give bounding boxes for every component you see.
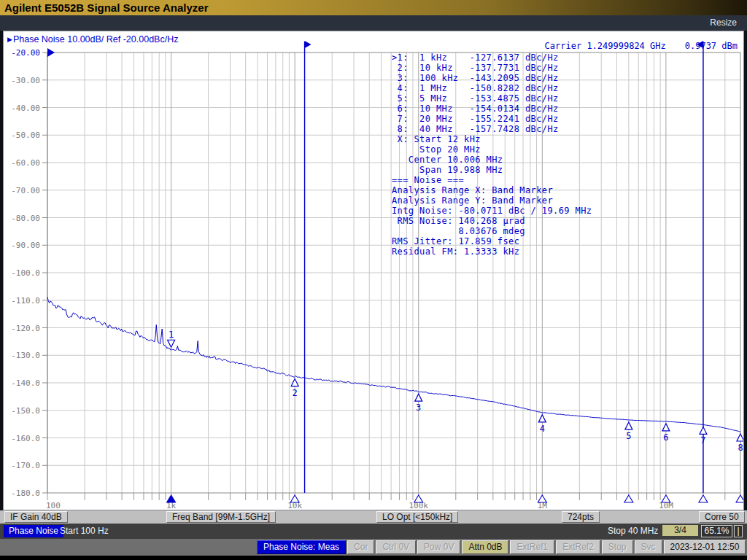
trace-marker-1[interactable]: 1 (168, 330, 175, 347)
trace-marker-7[interactable]: 7 (700, 427, 707, 446)
points-button[interactable]: 724pts (562, 511, 600, 523)
menu-bar: Resize (0, 15, 747, 31)
noise-analysis-line: Analysis Range X: Band Marker (392, 185, 592, 195)
axis-marker-8-icon[interactable] (736, 495, 743, 502)
noise-analysis-line: RMS Noise: 140.268 µrad (392, 216, 592, 226)
svg-text:-20.00: -20.00 (11, 48, 40, 58)
axis-marker-4-icon[interactable] (538, 495, 546, 502)
svg-text:-40.00: -40.00 (11, 104, 40, 113)
svg-text:-60.00: -60.00 (11, 158, 40, 168)
resize-button[interactable]: Resize (710, 18, 737, 28)
svg-text:8: 8 (738, 443, 743, 453)
status-stop-badge: Stop (602, 540, 633, 554)
trace-marker-4[interactable]: 4 (538, 415, 546, 434)
svg-text:-180.0: -180.0 (11, 489, 40, 498)
if-gain-button[interactable]: IF Gain 40dB (4, 511, 68, 523)
ref-level-arrow-icon[interactable] (47, 48, 55, 57)
sweep-start-label: Start 100 Hz (60, 526, 109, 536)
svg-text:-150.0: -150.0 (11, 406, 40, 416)
svg-text:-30.00: -30.00 (11, 76, 40, 85)
axis-marker-6-icon[interactable] (662, 495, 670, 502)
measurement-status-badge: Phase Noise: Meas (257, 540, 346, 554)
svg-text:-140.0: -140.0 (11, 378, 40, 388)
svg-text:-100.0: -100.0 (11, 268, 40, 278)
noise-analysis-line: Intg Noise: -80.0711 dBc / 19.69 MHz (392, 206, 592, 216)
trace-marker-3[interactable]: 3 (415, 394, 422, 413)
svg-text:-80.00: -80.00 (11, 214, 40, 223)
trace-scale-header: ▶Phase Noise 10.00dB/ Ref -20.00dBc/Hz (7, 34, 178, 44)
svg-text:-160.0: -160.0 (11, 434, 40, 443)
carrier-power: 0.9737 dBm (685, 41, 738, 51)
freq-band-button[interactable]: Freq Band [99M-1.5GHz] (166, 511, 276, 523)
axis-marker-7-icon[interactable] (699, 495, 708, 502)
marker-table-row: 8: 40 MHz -157.7428 dBc/Hz (392, 124, 592, 134)
marker-readout-block: >1: 1 kHz -127.6137 dBc/Hz 2: 10 kHz -13… (392, 52, 592, 257)
svg-text:-170.0: -170.0 (11, 461, 40, 470)
svg-text:100: 100 (46, 501, 61, 510)
svg-text:-70.00: -70.00 (11, 186, 40, 195)
noise-analysis-line: === Noise === (392, 175, 592, 185)
marker-table-row: 3: 100 kHz -143.2095 dBc/Hz (392, 73, 592, 83)
scrollbar-handle[interactable]: | (734, 525, 743, 537)
status-attn-0db-badge: Attn 0dB (462, 540, 508, 554)
carrier-frequency: Carrier 1.249999824 GHz (545, 41, 666, 51)
markers: 12345678 (167, 330, 743, 502)
screen: { "window": { "title": "Agilent E5052B S… (0, 0, 747, 560)
mode-badge[interactable]: Phase Noise (4, 525, 63, 537)
trace-marker-5[interactable]: 5 (625, 422, 632, 441)
window-title: Agilent E5052B Signal Source Analyzer (0, 0, 747, 15)
axis-marker-3-icon[interactable] (414, 495, 423, 502)
marker-table-row: 5: 5 MHz -153.4875 dBc/Hz (392, 93, 592, 104)
sweep-stop-label: Stop 40 MHz (608, 526, 658, 536)
instrument-status-bar: Phase Noise: Meas CorCtrl 0VPow 0VAttn 0… (0, 539, 747, 556)
svg-text:-50.00: -50.00 (11, 131, 40, 140)
svg-text:-120.0: -120.0 (11, 324, 40, 333)
axis-marker-1-icon[interactable] (167, 495, 176, 502)
carrier-readout: Carrier 1.249999824 GHz0.9737 dBm (545, 41, 738, 51)
percent-indicator: 65.1% (701, 525, 732, 537)
sweep-status-bar: Phase Noise Start 100 Hz Stop 40 MHz 3/4… (0, 524, 747, 539)
phase-noise-trace (47, 298, 740, 432)
svg-text:6: 6 (663, 432, 668, 443)
svg-text:-110.0: -110.0 (11, 296, 40, 306)
status-cor-badge: Cor (347, 540, 374, 554)
datetime-display: 2023-12-01 12:50 (664, 540, 746, 554)
status-extref1-badge: ExtRef1 (510, 540, 554, 554)
band-marker-start-flag-icon[interactable] (305, 41, 311, 48)
svg-text:5: 5 (626, 431, 631, 441)
noise-analysis-line: RMS Jitter: 17.859 fsec (392, 236, 592, 246)
svg-text:2: 2 (293, 388, 298, 398)
svg-text:-90.00: -90.00 (11, 241, 40, 250)
phase-noise-plot-panel: -20.00-30.00-40.00-50.00-60.00-70.00-80.… (3, 31, 744, 510)
svg-text:4: 4 (540, 424, 545, 434)
measurement-settings-bar: IF Gain 40dB Freq Band [99M-1.5GHz] LO O… (0, 510, 747, 524)
page-indicator[interactable]: 3/4 (662, 525, 698, 536)
marker-table-row: 2: 10 kHz -137.7731 dBc/Hz (392, 63, 592, 73)
noise-analysis-line: Analysis Range Y: Band Marker (392, 195, 592, 206)
marker-table-row: 7: 20 MHz -155.2241 dBc/Hz (392, 114, 592, 124)
band-marker-info-line: Span 19.988 MHz (392, 165, 592, 175)
svg-text:3: 3 (416, 402, 421, 413)
band-marker-info-line: Center 10.006 MHz (392, 155, 592, 165)
phase-noise-chart: -20.00-30.00-40.00-50.00-60.00-70.00-80.… (4, 31, 743, 510)
marker-table-row: >1: 1 kHz -127.6137 dBc/Hz (392, 52, 592, 63)
bottom-edge (0, 556, 747, 560)
trace-marker-8[interactable]: 8 (737, 434, 743, 453)
trace-select-arrow-icon: ▶ (7, 36, 12, 43)
axis-marker-2-icon[interactable] (290, 495, 299, 502)
trace-marker-6[interactable]: 6 (662, 424, 670, 443)
lo-opt-button[interactable]: LO Opt [<150kHz] (376, 511, 458, 523)
band-marker-info-line: Stop 20 MHz (392, 144, 592, 155)
axis-marker-5-icon[interactable] (624, 495, 633, 502)
marker-table-row: 6: 10 MHz -154.0134 dBc/Hz (392, 104, 592, 114)
band-marker-info-line: X: Start 12 kHz (392, 134, 592, 144)
trace-marker-2[interactable]: 2 (291, 379, 298, 398)
status-svc-badge: Svc (635, 540, 662, 554)
noise-analysis-line: 8.03676 mdeg (392, 226, 592, 236)
status-ctrl-0v-badge: Ctrl 0V (376, 540, 416, 554)
correlation-button[interactable]: Corre 50 (699, 511, 745, 523)
noise-analysis-line: Residual FM: 1.3333 kHz (392, 246, 592, 257)
status-extref2-badge: ExtRef2 (556, 540, 600, 554)
marker-table-row: 4: 1 MHz -150.8282 dBc/Hz (392, 83, 592, 93)
svg-text:-130.0: -130.0 (11, 351, 40, 360)
